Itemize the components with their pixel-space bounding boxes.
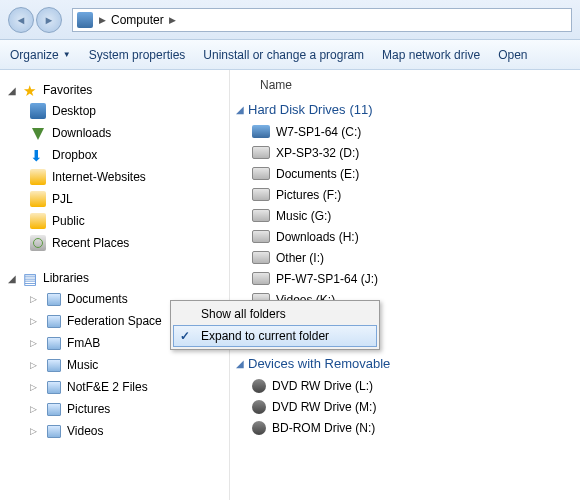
group-hdd-header[interactable]: ◢ Hard Disk Drives (11) xyxy=(236,98,580,121)
library-item[interactable]: ▷Music xyxy=(28,354,225,376)
navigation-pane[interactable]: ◢ ★ Favorites DesktopDownloads⬇DropboxIn… xyxy=(0,70,230,500)
favorites-item[interactable]: PJL xyxy=(28,188,225,210)
chevron-right-icon[interactable]: ▶ xyxy=(167,15,178,25)
fold-icon xyxy=(30,191,46,207)
expand-arrow-icon[interactable]: ▷ xyxy=(30,404,41,414)
drive-label: Documents (E:) xyxy=(276,167,359,181)
nav-item-label: Dropbox xyxy=(52,148,97,162)
drop-icon: ⬇ xyxy=(30,147,46,163)
group-hdd-label: Hard Disk Drives xyxy=(248,102,346,117)
group-removable-header[interactable]: ◢ Devices with Removable xyxy=(236,352,580,375)
expand-arrow-icon[interactable]: ▷ xyxy=(30,338,41,348)
library-icon xyxy=(47,425,61,438)
drive-label: BD-ROM Drive (N:) xyxy=(272,421,375,435)
favorites-header[interactable]: ◢ ★ Favorites xyxy=(8,80,225,100)
optical-drive-icon xyxy=(252,421,266,435)
favorites-item[interactable]: Downloads xyxy=(28,122,225,144)
drive-item[interactable]: DVD RW Drive (M:) xyxy=(252,396,580,417)
libraries-header[interactable]: ◢ ▤ Libraries xyxy=(8,268,225,288)
library-item[interactable]: ▷Videos xyxy=(28,420,225,442)
expand-arrow-icon[interactable]: ▷ xyxy=(30,294,41,304)
group-hdd-count: (11) xyxy=(350,102,373,117)
drive-icon xyxy=(252,188,270,201)
column-header-name[interactable]: Name xyxy=(236,78,580,98)
dl-icon xyxy=(32,128,44,140)
organize-button[interactable]: Organize▼ xyxy=(10,48,71,62)
collapse-arrow-icon[interactable]: ◢ xyxy=(8,85,19,96)
nav-item-label: Recent Places xyxy=(52,236,129,250)
nav-item-label: FmAB xyxy=(67,336,100,350)
nav-item-label: PJL xyxy=(52,192,73,206)
expand-arrow-icon[interactable]: ▷ xyxy=(30,426,41,436)
address-bar[interactable]: ▶ Computer ▶ xyxy=(72,8,572,32)
nav-item-label: Desktop xyxy=(52,104,96,118)
back-button[interactable]: ◄ xyxy=(8,7,34,33)
drive-icon xyxy=(252,209,270,222)
drive-item[interactable]: BD-ROM Drive (N:) xyxy=(252,417,580,438)
drive-label: Downloads (H:) xyxy=(276,230,359,244)
nav-item-label: Downloads xyxy=(52,126,111,140)
breadcrumb-computer[interactable]: Computer xyxy=(108,13,167,27)
drive-item[interactable]: Documents (E:) xyxy=(252,163,580,184)
nav-item-label: Internet-Websites xyxy=(52,170,146,184)
content-pane[interactable]: Name ◢ Hard Disk Drives (11) W7-SP1-64 (… xyxy=(230,70,580,500)
system-properties-button[interactable]: System properties xyxy=(89,48,186,62)
favorites-item[interactable]: ⬇Dropbox xyxy=(28,144,225,166)
nav-item-label: Pictures xyxy=(67,402,110,416)
collapse-arrow-icon[interactable]: ◢ xyxy=(236,104,244,115)
favorites-item[interactable]: Desktop xyxy=(28,100,225,122)
library-icon xyxy=(47,293,61,306)
favorites-section: ◢ ★ Favorites DesktopDownloads⬇DropboxIn… xyxy=(8,80,225,254)
favorites-item[interactable]: Internet-Websites xyxy=(28,166,225,188)
uninstall-button[interactable]: Uninstall or change a program xyxy=(203,48,364,62)
expand-arrow-icon[interactable]: ▷ xyxy=(30,360,41,370)
drive-item[interactable]: Other (I:) xyxy=(252,247,580,268)
library-icon xyxy=(47,315,61,328)
map-drive-button[interactable]: Map network drive xyxy=(382,48,480,62)
favorites-item[interactable]: Public xyxy=(28,210,225,232)
nav-item-label: Videos xyxy=(67,424,103,438)
drive-label: Pictures (F:) xyxy=(276,188,341,202)
context-menu: Show all folders ✓ Expand to current fol… xyxy=(170,300,380,350)
drive-label: Music (G:) xyxy=(276,209,331,223)
optical-drive-icon xyxy=(252,379,266,393)
libraries-icon: ▤ xyxy=(23,270,39,286)
menu-show-all-folders[interactable]: Show all folders xyxy=(173,303,377,325)
libraries-label: Libraries xyxy=(43,271,89,285)
library-icon xyxy=(47,403,61,416)
drive-item[interactable]: Pictures (F:) xyxy=(252,184,580,205)
library-item[interactable]: ▷NotF&E 2 Files xyxy=(28,376,225,398)
nav-item-label: NotF&E 2 Files xyxy=(67,380,148,394)
library-icon xyxy=(47,337,61,350)
drive-item[interactable]: DVD RW Drive (L:) xyxy=(252,375,580,396)
fold-icon xyxy=(30,169,46,185)
window-titlebar: ◄ ► ▶ Computer ▶ xyxy=(0,0,580,40)
drive-item[interactable]: PF-W7-SP1-64 (J:) xyxy=(252,268,580,289)
open-button[interactable]: Open xyxy=(498,48,527,62)
collapse-arrow-icon[interactable]: ◢ xyxy=(236,358,244,369)
expand-arrow-icon[interactable]: ▷ xyxy=(30,316,41,326)
drive-item[interactable]: W7-SP1-64 (C:) xyxy=(252,121,580,142)
desk-icon xyxy=(30,103,46,119)
drive-icon xyxy=(252,251,270,264)
chevron-right-icon[interactable]: ▶ xyxy=(97,15,108,25)
library-item[interactable]: ▷Pictures xyxy=(28,398,225,420)
library-icon xyxy=(47,381,61,394)
collapse-arrow-icon[interactable]: ◢ xyxy=(8,273,19,284)
computer-icon xyxy=(77,12,93,28)
drive-label: W7-SP1-64 (C:) xyxy=(276,125,361,139)
favorites-item[interactable]: Recent Places xyxy=(28,232,225,254)
expand-arrow-icon[interactable]: ▷ xyxy=(30,382,41,392)
menu-expand-to-current-folder[interactable]: ✓ Expand to current folder xyxy=(173,325,377,347)
nav-item-label: Federation Space xyxy=(67,314,162,328)
star-icon: ★ xyxy=(23,82,39,98)
drive-icon xyxy=(252,272,270,285)
chevron-down-icon: ▼ xyxy=(63,50,71,59)
drive-item[interactable]: Music (G:) xyxy=(252,205,580,226)
drive-item[interactable]: XP-SP3-32 (D:) xyxy=(252,142,580,163)
rec-icon xyxy=(30,235,46,251)
drive-item[interactable]: Downloads (H:) xyxy=(252,226,580,247)
drive-icon xyxy=(252,167,270,180)
group-removable-label: Devices with Removable xyxy=(248,356,390,371)
forward-button[interactable]: ► xyxy=(36,7,62,33)
